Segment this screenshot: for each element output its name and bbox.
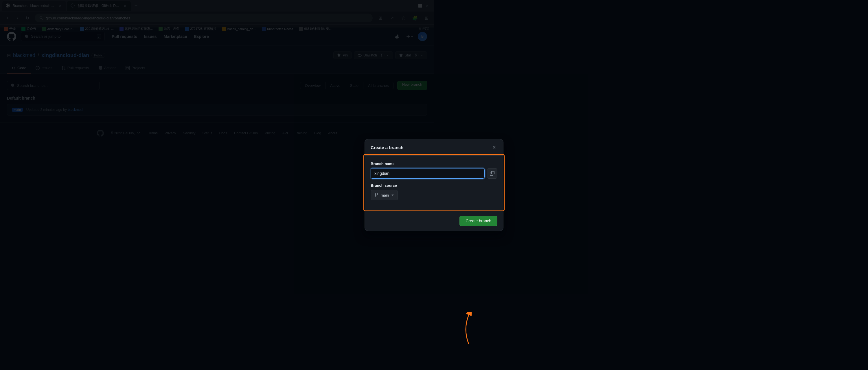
branch-name-group: Branch name bbox=[371, 162, 434, 179]
branch-name-row bbox=[371, 168, 434, 179]
branch-source-label: Branch source bbox=[371, 183, 434, 185]
branch-name-label: Branch name bbox=[371, 162, 434, 166]
modal-wrapper: Create a branch ✕ Branch name Branch sou… bbox=[365, 139, 434, 185]
branch-source-group: Branch source main bbox=[371, 183, 434, 185]
modal-body: Branch name Branch source main bbox=[365, 156, 434, 185]
modal-header: Create a branch ✕ bbox=[365, 139, 434, 156]
modal-overlay[interactable]: Create a branch ✕ Branch name Branch sou… bbox=[0, 0, 434, 185]
create-branch-modal: Create a branch ✕ Branch name Branch sou… bbox=[365, 139, 434, 185]
branch-name-input[interactable] bbox=[371, 168, 434, 179]
modal-title: Create a branch bbox=[371, 145, 403, 150]
